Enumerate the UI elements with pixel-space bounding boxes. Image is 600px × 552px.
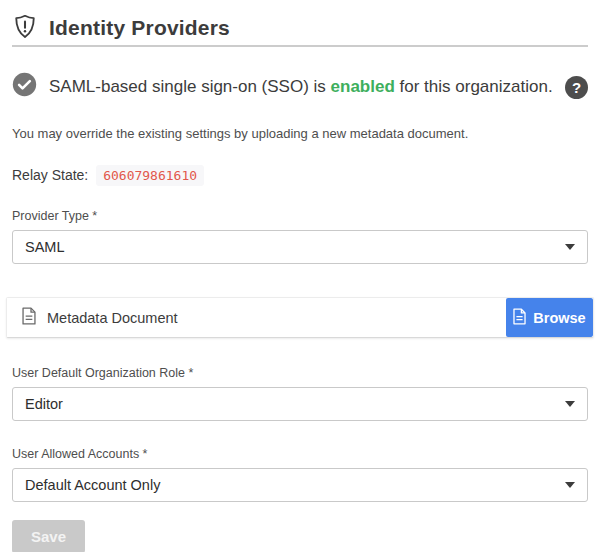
check-circle-icon [12,72,37,102]
default-org-role-select[interactable]: Editor [12,387,588,421]
status-enabled-highlight: enabled [331,77,395,96]
override-description: You may override the existing settings b… [12,126,588,141]
status-prefix: SAML-based single sign-on (SSO) is [49,77,331,96]
provider-type-select-wrap: SAML [12,230,588,264]
provider-type-label: Provider Type * [12,209,588,223]
metadata-document-file-input[interactable]: Metadata Document [7,298,506,337]
relay-state-label: Relay State: [12,167,88,183]
save-button[interactable]: Save [12,520,85,552]
allowed-accounts-select[interactable]: Default Account Only [12,468,588,502]
page-title: Identity Providers [49,16,230,40]
metadata-document-row: Metadata Document Browse [6,297,594,338]
browse-button-label: Browse [533,310,585,326]
status-suffix: for this organization. [395,77,553,96]
document-icon [22,307,36,329]
allowed-accounts-field: User Allowed Accounts * Default Account … [12,447,588,502]
default-org-role-label: User Default Organization Role * [12,366,588,380]
provider-type-select[interactable]: SAML [12,230,588,264]
relay-state-row: Relay State: 606079861610 [12,167,588,183]
page-header: Identity Providers [12,0,588,45]
allowed-accounts-select-wrap: Default Account Only [12,468,588,502]
help-icon[interactable]: ? [565,76,588,99]
provider-type-field: Provider Type * SAML [12,209,588,264]
document-icon [513,308,526,328]
sso-status-row: SAML-based single sign-on (SSO) is enabl… [12,72,588,102]
default-org-role-select-wrap: Editor [12,387,588,421]
browse-button[interactable]: Browse [506,298,593,337]
sso-status-text: SAML-based single sign-on (SSO) is enabl… [49,77,553,97]
identity-providers-page: Identity Providers SAML-based single sig… [0,0,600,552]
allowed-accounts-label: User Allowed Accounts * [12,447,588,461]
default-org-role-field: User Default Organization Role * Editor [12,366,588,421]
relay-state-value: 606079861610 [96,165,204,186]
shield-exclamation-icon [12,13,38,44]
metadata-document-placeholder: Metadata Document [47,310,178,326]
header-divider [12,45,588,47]
